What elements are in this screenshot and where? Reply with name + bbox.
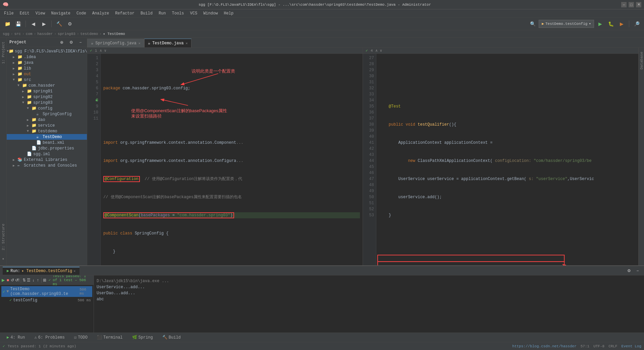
search-everywhere-button[interactable]: 🔎 xyxy=(632,19,641,29)
run-config-selector[interactable]: ▶ TestDemo.testConfig ▾ xyxy=(539,20,594,28)
sidebar-gear-button[interactable]: ⚙ xyxy=(67,39,75,46)
tree-item-testdemo[interactable]: ▼ 📁 testdemo xyxy=(7,128,87,134)
menu-analyze[interactable]: Analyze xyxy=(90,10,112,16)
right-editor-scroll[interactable]: 27 28 29 30 31 32 33 34 35 36 37 38 xyxy=(363,54,638,265)
run-export-button[interactable]: ↑ xyxy=(36,276,40,284)
project-strip-label[interactable]: 1: Project xyxy=(1,39,6,67)
run-filter-button[interactable]: ☰ xyxy=(27,276,31,284)
right-code-content[interactable]: 在测试方法中, 由加载配置文件变成了加载配置类 其它不变 @Test xyxy=(376,54,638,265)
sidebar-sync-button[interactable]: ⊕ xyxy=(58,39,65,46)
run-import-button[interactable]: ↓ xyxy=(32,276,36,284)
menu-run[interactable]: Run xyxy=(156,10,169,16)
bottom-tab-run[interactable]: ▶ Run: ✦ TestDemo.testConfig ✕ xyxy=(3,267,79,275)
maximize-button[interactable]: □ xyxy=(629,2,634,7)
toolbar-back-button[interactable]: ◀ xyxy=(29,19,38,29)
tree-item-service[interactable]: ▶ 📁 service xyxy=(7,123,87,128)
bottom-tab-build[interactable]: 🔨 Build xyxy=(158,334,185,342)
tree-item-lib[interactable]: ▶ 📁 lib xyxy=(7,65,87,71)
run-expand-button[interactable]: ⊞ xyxy=(43,276,47,284)
tree-item-sgg[interactable]: ▼ 📁 sgg F:\D.FLS\JavaFLS\IDEA\fls\s xyxy=(7,48,87,54)
structure-strip-label[interactable]: 2: Structure xyxy=(1,221,6,253)
tab-close-springconfig[interactable]: ✕ xyxy=(139,41,141,45)
run-item-testdemo[interactable]: ✓ ▼ TestDemo (com.hassder.spring03.te 50… xyxy=(1,286,92,297)
tab-close-testdemo[interactable]: ✕ xyxy=(186,41,188,45)
menu-window[interactable]: Window xyxy=(201,10,220,16)
toolbar-open-button[interactable]: 📁 xyxy=(3,19,12,29)
bottom-tab-actions: ⚙ − xyxy=(625,267,641,274)
tree-item-idea[interactable]: ▶ 📁 .idea xyxy=(7,54,87,60)
tree-item-external-libraries[interactable]: ▶ 📚 External Libraries xyxy=(7,157,87,163)
status-event-log[interactable]: Event Log xyxy=(622,344,641,348)
menu-refactor[interactable]: Refactor xyxy=(112,10,137,16)
tree-item-dao[interactable]: ▶ 📁 dao xyxy=(7,117,87,123)
toolbar-save-button[interactable]: 💾 xyxy=(13,19,23,29)
output-line-2: UserService...add... xyxy=(97,284,641,290)
tree-item-sgg-iml[interactable]: 📄 sgg.iml xyxy=(7,151,87,157)
sidebar-hide-button[interactable]: − xyxy=(77,39,84,46)
bottom-tab-terminal[interactable]: ⬛ Terminal xyxy=(93,334,127,342)
tree-item-scratches[interactable]: ▶ ✏️ Scratches and Consoles xyxy=(7,163,87,168)
breadcrumb-spring03[interactable]: spring03 xyxy=(58,32,75,36)
menu-navigate[interactable]: Navigate xyxy=(48,10,73,16)
run-rerun-failed-button[interactable]: ↺! xyxy=(15,276,19,284)
bottom-tab-spring[interactable]: 🌿 Spring xyxy=(128,334,157,342)
minimize-button[interactable]: − xyxy=(621,2,627,7)
left-code-content[interactable]: 说明此类是一个配置类 使用@ComponentScan注解的basePackag… xyxy=(101,54,363,265)
bottom-hide-button[interactable]: − xyxy=(634,267,641,274)
close-button[interactable]: ✕ xyxy=(636,2,641,7)
tree-item-src[interactable]: ▼ 📁 src xyxy=(7,77,87,83)
tree-item-spring03[interactable]: ▼ 📁 spring03 xyxy=(7,100,87,105)
tree-item-springconfig[interactable]: ☕ SpringConfig xyxy=(7,111,87,117)
breadcrumb-hassder[interactable]: hassder xyxy=(37,32,53,36)
run-sort-button[interactable]: ⇅ xyxy=(22,276,26,284)
tree-item-out[interactable]: ▶ 📁 out xyxy=(7,71,87,77)
breadcrumb-com[interactable]: com xyxy=(26,32,33,36)
breadcrumb-sgg[interactable]: sgg xyxy=(3,32,9,36)
breadcrumb-src[interactable]: src xyxy=(14,32,21,36)
right-editor-pane: ✓ 4 ∧ ∨ 27 28 29 30 31 32 33 xyxy=(363,48,639,265)
tree-item-java[interactable]: ▶ 📁 java xyxy=(7,60,87,65)
tree-item-config[interactable]: ▼ 📁 config xyxy=(7,105,87,111)
breadcrumb-testdemo-file[interactable]: ✦ TestDemo xyxy=(103,32,125,36)
window-controls[interactable]: − □ ✕ xyxy=(621,2,641,7)
menu-help[interactable]: Help xyxy=(221,10,236,16)
run-rerun-button[interactable]: ↺ xyxy=(10,276,14,284)
menu-vcs[interactable]: VCS xyxy=(187,10,200,16)
toolbar-search-button[interactable]: 🔍 xyxy=(528,19,537,29)
menu-edit[interactable]: Edit xyxy=(17,10,32,16)
tab-testdemo[interactable]: ☕ TestDemo.java ✕ xyxy=(144,39,192,47)
tree-item-spring02[interactable]: ▶ 📁 spring02 xyxy=(7,94,87,100)
tab-springconfig[interactable]: ☕ SpringConfig.java ✕ xyxy=(87,39,144,47)
run-play-button[interactable]: ▶ xyxy=(1,276,5,284)
tree-item-testdemo-file[interactable]: ☕ TestDemo xyxy=(7,134,87,140)
left-editor-scroll[interactable]: 1 2 3 4 5 6 7 8▶ 9 10 11 xyxy=(87,54,363,265)
debug-button[interactable]: 🐛 xyxy=(606,19,615,29)
toolbar-forward-button[interactable]: ▶ xyxy=(39,19,49,29)
menu-code[interactable]: Code xyxy=(74,10,89,16)
toolbar-build-button[interactable]: 🔨 xyxy=(54,19,64,29)
run-item-testconfig[interactable]: ✓ testConfig 506 ms xyxy=(1,297,92,303)
tree-item-spring01[interactable]: ▶ 📁 spring01 xyxy=(7,88,87,94)
run-with-coverage-button[interactable]: ▶ xyxy=(617,19,626,29)
menu-tools[interactable]: Tools xyxy=(169,10,187,16)
menu-file[interactable]: File xyxy=(1,10,16,16)
breadcrumb-testdemo[interactable]: testdemo xyxy=(80,32,98,36)
menu-view[interactable]: View xyxy=(33,10,48,16)
bottom-tab-todo[interactable]: ☑ TODO xyxy=(70,334,92,342)
menu-build[interactable]: Build xyxy=(138,10,155,16)
tree-item-bean1xml[interactable]: 📄 bean1.xml xyxy=(7,140,87,145)
toolbar-settings-button[interactable]: ⚙ xyxy=(65,19,74,29)
tree-item-jdbc-properties[interactable]: 📄 jdbc.properties xyxy=(7,145,87,151)
run-button[interactable]: ▶ xyxy=(595,19,605,29)
bottom-gear-button[interactable]: ⚙ xyxy=(625,267,633,274)
bottom-tab-problems[interactable]: ⚠ 6: Problems xyxy=(30,334,68,342)
favorites-strip-label[interactable]: ★ xyxy=(0,254,6,264)
bottom-tab-run-secondary[interactable]: ▶ 4: Run xyxy=(3,334,29,342)
run-output-panel[interactable]: D:\Java\jdk15\bin\java.exe ... UserServi… xyxy=(94,275,644,333)
run-tab-close[interactable]: ✕ xyxy=(73,269,75,273)
database-strip-label[interactable]: Database xyxy=(639,49,644,72)
tree-item-com-hassder[interactable]: ▼ 📁 com.hassder xyxy=(7,83,87,88)
run-stop-button[interactable]: ■ xyxy=(6,276,10,284)
tree-label: lib xyxy=(24,66,31,71)
status-blog-link[interactable]: https://blog.csdn.net/hassder xyxy=(512,344,576,348)
